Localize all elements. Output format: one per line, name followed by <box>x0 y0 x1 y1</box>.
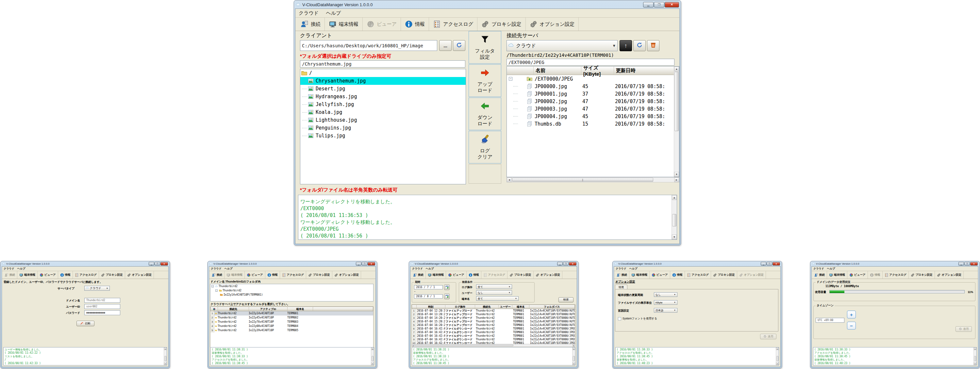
toolbar-button-connect[interactable]: 接続 <box>812 271 827 279</box>
toolbar-button-info[interactable]: 情報 <box>58 271 73 279</box>
scroll-left-icon[interactable]: ◄ <box>412 344 414 347</box>
scrollbar-thumb[interactable] <box>675 72 679 131</box>
restore-button[interactable]: ❐ <box>654 2 664 8</box>
toolbar-button-accesslog[interactable]: アクセスログ <box>280 271 306 279</box>
server-file-row[interactable]: JP00000.jpg452016/07/19 08:58: <box>507 82 679 90</box>
field-input[interactable]: user002 <box>84 304 120 309</box>
domain-tree-row[interactable]: Ie22y14v4CA8T10P(TERM001) <box>210 293 373 297</box>
toolbar-button-accesslog[interactable]: アクセスログ <box>429 17 477 31</box>
domain-tree-row[interactable]: −Thunderbird2 <box>210 288 373 293</box>
toolbar-button-terminal[interactable]: 端末情報 <box>629 271 650 279</box>
server-file-row[interactable]: Thumbs.db152016/07/19 08:58: <box>507 120 679 128</box>
collapse-icon[interactable]: − <box>215 290 218 292</box>
client-file-row[interactable]: Lighthouse.jpg <box>300 116 466 124</box>
title-bar[interactable]: V-CloudDataManager Version 1.0.0.0 ▁❐✕ <box>410 261 577 266</box>
access-log-row[interactable]: 92016-07-04 16:42:45ファイルダウンロードThunderbir… <box>412 338 575 341</box>
minimize-button[interactable]: ▁ <box>761 262 766 266</box>
close-button[interactable]: ✕ <box>773 262 780 266</box>
column-header[interactable]: 時刻 <box>417 305 445 309</box>
close-button[interactable]: ✕ <box>161 262 168 266</box>
toolbar-button-terminal[interactable]: 端末情報 <box>325 17 363 31</box>
checkbox-unchecked-icon[interactable] <box>618 317 621 320</box>
close-button[interactable]: ✕ <box>569 262 576 266</box>
server-file-row[interactable]: JP00002.jpg472016/07/19 08:58: <box>507 98 679 105</box>
toolbar-button-options[interactable]: オプション設定 <box>534 271 563 279</box>
server-file-row[interactable]: JP00003.jpg472016/07/19 08:58: <box>507 105 679 112</box>
access-log-row[interactable]: 22016-07-04 13:20:28ファイルアップロードThunderbir… <box>412 312 575 316</box>
option-select[interactable]: なし▼ <box>654 292 678 297</box>
access-log-row[interactable]: 32016-07-04 14:20:28ファイルアップロードThunderbir… <box>412 316 575 320</box>
status-ball-icon[interactable] <box>211 307 218 311</box>
client-file-tree[interactable]: /Chrysanthemum.jpgDesert.jpgHydrangeas.j… <box>300 69 466 184</box>
minimize-button[interactable]: ▁ <box>643 2 654 8</box>
title-bar[interactable]: V-CloudDataManager Version 1.0.0.0 ▁❐✕ <box>811 261 978 266</box>
field-input[interactable]: ●●●●●●●●●●●● <box>84 310 120 315</box>
client-path-input[interactable]: C:/Users/hasuno/Desktop/work/160801_HP/i… <box>300 40 437 51</box>
calendar-from-button[interactable] <box>444 285 450 290</box>
close-button[interactable]: ✕ <box>970 262 978 266</box>
title-bar[interactable]: V-CloudDataManager Version 1.0.0.0 ▁❐✕ <box>2 261 169 266</box>
server-file-table[interactable]: 名前サイズ[KByte]更新日時 −/EXT0000/JPEGJP00000.j… <box>506 66 679 177</box>
access-log-row[interactable]: 42016-07-04 15:20:28ファイルアップロードThunderbir… <box>412 320 575 323</box>
restore-button[interactable]: ❐ <box>964 262 970 266</box>
column-header[interactable]: 接続先 <box>218 307 249 311</box>
menu-item-help[interactable]: ヘルプ <box>629 267 638 271</box>
column-header[interactable]: 名前 <box>534 67 581 75</box>
scroll-up-icon[interactable]: ▲ <box>974 347 977 350</box>
scroll-down-icon[interactable]: ▼ <box>371 363 374 365</box>
menu-item-cloud[interactable]: クラウド <box>616 267 627 271</box>
title-bar[interactable]: V-CloudDataManager Version 1.0.0.0 ▁❐✕ <box>614 261 781 266</box>
field-input[interactable]: Thunderbird2 <box>84 298 120 303</box>
table-horizontal-scrollbar[interactable]: ◄ ► <box>411 344 576 347</box>
client-file-row[interactable]: Desert.jpg <box>300 85 466 93</box>
toolbar-button-accesslog[interactable]: アクセスログ <box>685 271 711 279</box>
filter-button[interactable]: フィルタ設定 <box>469 31 501 63</box>
title-bar[interactable]: V-CloudDataManager Version 1.0.0.0 ▁❐✕ <box>209 261 376 266</box>
server-horizontal-scrollbar[interactable]: ◄ ∥ ► <box>506 177 679 182</box>
terminal-table[interactable]: 接続先アクティブID端末名 1Thunderbird2Ie22y14v4CA8T… <box>210 306 374 347</box>
client-file-row[interactable]: Chrysanthemum.jpg <box>300 77 466 85</box>
collapse-icon[interactable]: − <box>212 285 214 287</box>
option-select[interactable]: 日本語▼ <box>654 308 678 312</box>
toolbar-button-proxy[interactable]: プロキシ設定 <box>99 271 125 279</box>
column-header[interactable]: ログ操作 <box>445 305 476 309</box>
toolbar-button-info[interactable]: 情報 <box>670 271 685 279</box>
tree-root-folder[interactable]: / <box>300 69 466 77</box>
period-to-input[interactable]: 2016 / 8 / 1 <box>414 294 443 299</box>
toolbar-button-accesslog[interactable]: アクセスログ <box>73 271 99 279</box>
access-log-row[interactable]: 72016-07-04 16:42:44ファイルダウンロードThunderbir… <box>412 331 575 334</box>
minimize-button[interactable]: ▁ <box>557 262 563 266</box>
toolbar-button-connect[interactable]: 接続 <box>210 271 224 279</box>
menu-item-cloud[interactable]: クラウド <box>211 267 221 271</box>
column-header[interactable]: ユーザー <box>499 305 512 309</box>
calendar-to-button[interactable] <box>444 294 450 299</box>
system-font-checkbox-row[interactable]: Systemフォントを使用する <box>618 317 657 321</box>
upload-button[interactable]: アップロード <box>469 64 501 97</box>
scroll-down-icon[interactable]: ▼ <box>776 363 779 365</box>
scroll-down-icon[interactable]: ▼ <box>164 363 167 365</box>
restore-button[interactable]: ❐ <box>563 262 569 266</box>
minimize-button[interactable]: ▁ <box>149 262 154 266</box>
terminal-row[interactable]: 5Thunderbird2Ie22y39v4CA8T10PTERM005 <box>210 328 373 333</box>
menu-item-help[interactable]: ヘルプ <box>224 267 233 271</box>
access-log-row[interactable]: 12016-07-04 12:20:31ファイルアップロードThunderbir… <box>412 309 575 312</box>
minimize-button[interactable]: ▁ <box>958 262 964 266</box>
server-refresh-button[interactable] <box>633 40 646 51</box>
server-select[interactable]: クラウド ▼ <box>506 40 617 51</box>
column-header[interactable]: アクティブID <box>249 307 288 311</box>
scroll-up-icon[interactable]: ▲ <box>672 195 677 200</box>
menu-item-cloud[interactable]: クラウド <box>412 267 423 271</box>
timezone-minus-button[interactable]: − <box>847 322 856 329</box>
close-button[interactable]: ✕ <box>665 2 679 8</box>
client-file-row[interactable]: Koala.jpg <box>300 108 466 116</box>
scroll-down-icon[interactable]: ▼ <box>573 363 575 365</box>
toolbar-button-accesslog[interactable]: アクセスログ <box>883 271 909 279</box>
column-header[interactable]: 端末名 <box>512 305 530 309</box>
search-button[interactable]: 検索 <box>558 297 573 302</box>
menu-item-help[interactable]: ヘルプ <box>827 267 835 271</box>
close-button[interactable]: ✕ <box>368 262 375 266</box>
toolbar-button-terminal[interactable]: 端末情報 <box>827 271 847 279</box>
minimize-button[interactable]: ▁ <box>356 262 361 266</box>
client-file-row[interactable]: Tulips.jpg <box>300 132 466 139</box>
client-file-row[interactable]: Penguins.jpg <box>300 124 466 132</box>
